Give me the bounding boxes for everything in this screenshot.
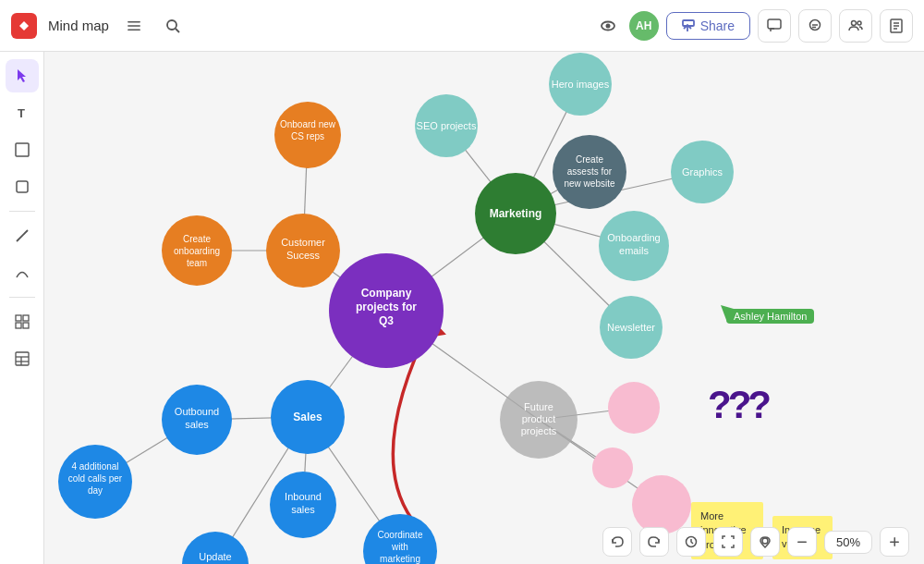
svg-text:projects for: projects for — [356, 300, 417, 313]
svg-text:Onboarding: Onboarding — [607, 232, 661, 243]
svg-rect-25 — [16, 323, 21, 328]
svg-text:marketing: marketing — [380, 554, 420, 564]
zoom-out-button[interactable] — [787, 527, 817, 557]
canvas[interactable]: Company projects for Q3 Marketing Sales … — [44, 52, 924, 564]
menu-button[interactable] — [120, 12, 148, 40]
svg-point-112 — [762, 538, 768, 544]
svg-text:T: T — [18, 106, 25, 120]
tool-sticky[interactable] — [6, 133, 39, 166]
svg-text:Marketing: Marketing — [490, 207, 542, 220]
toolbar-right: AH Share — [594, 9, 913, 43]
eye-button[interactable] — [594, 12, 622, 40]
svg-text:onboarding: onboarding — [174, 246, 220, 256]
svg-point-6 — [605, 23, 610, 28]
svg-text:Sucess: Sucess — [286, 250, 321, 261]
undo-button[interactable] — [602, 527, 632, 557]
svg-line-4 — [176, 29, 179, 32]
svg-rect-2 — [128, 29, 140, 31]
svg-text:Future: Future — [524, 401, 553, 412]
svg-point-14 — [857, 21, 861, 25]
svg-text:Create: Create — [576, 154, 603, 165]
share-label: Share — [700, 18, 735, 33]
share-button[interactable]: Share — [666, 12, 750, 40]
svg-text:Inbound: Inbound — [285, 491, 322, 502]
svg-rect-8 — [683, 20, 694, 26]
svg-text:Customer: Customer — [281, 237, 325, 248]
svg-text:Coordinate: Coordinate — [378, 530, 423, 540]
svg-text:sales: sales — [291, 504, 315, 515]
svg-text:Company: Company — [361, 287, 412, 300]
svg-text:Hero images: Hero images — [552, 79, 610, 90]
svg-line-22 — [17, 230, 28, 241]
tool-connector[interactable] — [6, 256, 39, 289]
svg-text:new website: new website — [564, 178, 614, 189]
app-logo — [11, 13, 37, 39]
svg-point-107 — [608, 382, 660, 434]
svg-text:SEO projects: SEO projects — [417, 120, 477, 131]
question-marks: ??? — [708, 383, 768, 427]
sidebar: T — [0, 52, 44, 564]
svg-rect-9 — [768, 19, 781, 29]
redo-button[interactable] — [639, 527, 669, 557]
svg-text:Newsletter: Newsletter — [607, 322, 655, 333]
avatar-button[interactable]: AH — [629, 11, 659, 41]
toolbar-left: Mind map — [11, 12, 187, 40]
svg-point-108 — [592, 448, 633, 488]
zoom-in-button[interactable] — [880, 527, 909, 557]
svg-text:product: product — [522, 413, 556, 424]
svg-rect-113 — [797, 542, 807, 544]
svg-text:Onboard new: Onboard new — [280, 119, 336, 129]
comment-button[interactable] — [758, 9, 791, 43]
tool-table[interactable] — [6, 342, 39, 375]
svg-text:Sales: Sales — [293, 411, 322, 423]
svg-rect-26 — [23, 323, 29, 328]
fit-button[interactable] — [713, 527, 743, 557]
mindmap-svg: Company projects for Q3 Marketing Sales … — [44, 52, 924, 564]
location-button[interactable] — [750, 527, 780, 557]
svg-text:Graphics: Graphics — [682, 166, 723, 178]
svg-text:Outbound: Outbound — [175, 406, 219, 417]
tool-line[interactable] — [6, 219, 39, 252]
svg-text:Create: Create — [183, 234, 211, 244]
svg-text:Q3: Q3 — [379, 314, 394, 327]
tool-cursor[interactable] — [6, 59, 39, 92]
svg-rect-0 — [128, 21, 140, 23]
svg-rect-24 — [23, 315, 29, 321]
svg-text:CS reps: CS reps — [291, 131, 324, 141]
zoom-display: 50% — [824, 531, 872, 554]
people-button[interactable] — [839, 9, 872, 43]
svg-text:assests for: assests for — [567, 166, 613, 177]
search-button[interactable] — [159, 12, 187, 40]
svg-text:projects: projects — [521, 425, 557, 436]
svg-text:4 additional: 4 additional — [71, 461, 118, 472]
svg-rect-27 — [16, 352, 29, 365]
svg-rect-23 — [16, 315, 21, 321]
svg-text:sales: sales — [185, 419, 209, 430]
cursor-label: Ashley Hamilton — [726, 309, 814, 324]
app-title: Mind map — [48, 18, 109, 33]
tool-text[interactable]: T — [6, 96, 39, 129]
svg-rect-115 — [894, 537, 896, 546]
tool-grid[interactable] — [6, 305, 39, 338]
svg-point-3 — [167, 20, 176, 30]
tool-shape[interactable] — [6, 170, 39, 203]
history-button[interactable] — [676, 527, 706, 557]
svg-text:emails: emails — [619, 245, 649, 256]
svg-rect-21 — [17, 181, 28, 192]
svg-text:Update: Update — [199, 551, 231, 562]
svg-point-13 — [852, 20, 857, 25]
svg-rect-1 — [128, 25, 140, 27]
svg-rect-20 — [16, 143, 29, 156]
toolbar: Mind map AH Share — [0, 0, 924, 52]
svg-text:cold calls per: cold calls per — [68, 473, 123, 484]
docs-button[interactable] — [880, 9, 913, 43]
svg-text:day: day — [88, 485, 103, 496]
svg-text:with: with — [391, 542, 408, 552]
svg-text:team: team — [187, 258, 207, 268]
chat-button[interactable] — [798, 9, 832, 43]
bottom-toolbar: 50% — [588, 520, 924, 564]
